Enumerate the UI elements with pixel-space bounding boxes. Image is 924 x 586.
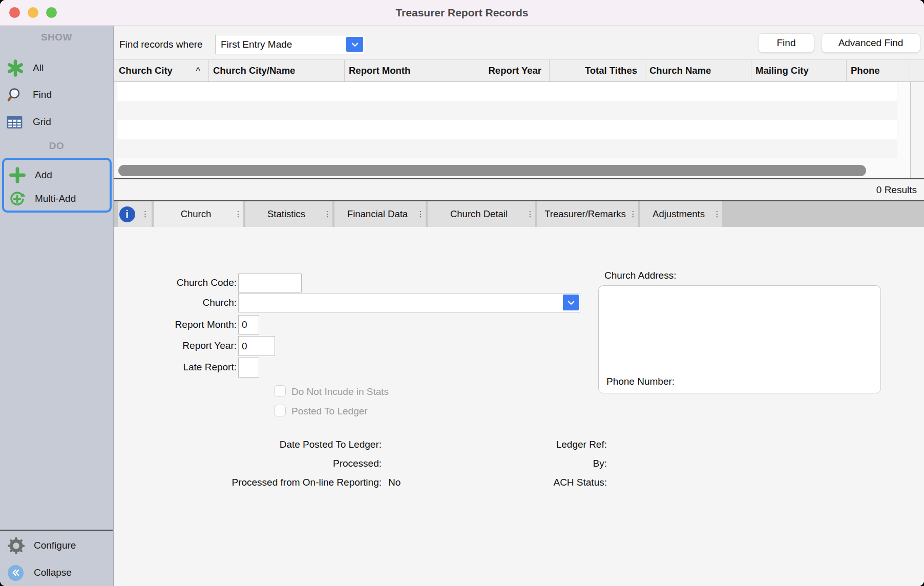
sort-field-dropdown[interactable]: First Entry Made: [215, 35, 365, 54]
sidebar-selection-outline: Add Multi-Add: [2, 158, 112, 213]
column-header-report-year[interactable]: Report Year: [452, 60, 550, 81]
posted-to-ledger-checkbox[interactable]: [274, 405, 286, 416]
church-code-label: Church Code:: [114, 277, 237, 288]
sidebar-item-label: Configure: [34, 540, 76, 551]
sidebar-item-multi-add[interactable]: Multi-Add: [4, 189, 110, 209]
do-not-include-checkbox[interactable]: [274, 385, 286, 397]
sidebar-item-label: Collapse: [34, 567, 72, 578]
grid-icon: [7, 114, 25, 130]
find-button[interactable]: Find: [758, 33, 814, 53]
tab-label: Statistics: [245, 208, 322, 220]
tab-church-detail[interactable]: Church Detail ⋮: [428, 201, 535, 227]
sidebar-item-all[interactable]: All: [0, 58, 113, 78]
sidebar-item-configure[interactable]: Configure: [0, 535, 113, 556]
report-month-label: Report Month:: [114, 319, 237, 330]
tab-label: Treasurer/Remarks: [537, 208, 628, 220]
tab-treasurer-remarks[interactable]: Treasurer/Remarks ⋮: [537, 201, 638, 227]
sidebar-item-label: All: [33, 62, 44, 74]
sort-ascending-icon: ^: [196, 60, 200, 81]
tab-statistics[interactable]: Statistics ⋮: [245, 201, 332, 227]
table-row: [117, 82, 910, 101]
tab-label: Financial Data: [334, 208, 415, 220]
church-address-box: Phone Number:: [598, 285, 881, 393]
sidebar-item-collapse[interactable]: Collapse: [0, 562, 113, 583]
sidebar-section-show: SHOW: [0, 32, 113, 43]
sort-field-value: First Entry Made: [221, 35, 292, 53]
chevron-down-icon[interactable]: [346, 37, 363, 52]
sidebar-item-find[interactable]: Find: [0, 85, 113, 105]
column-header-mailing-city[interactable]: Mailing City: [751, 60, 847, 81]
column-header-church-city[interactable]: Church City ^: [117, 60, 209, 81]
results-count: 0 Results: [114, 179, 924, 200]
sidebar-footer-divider: [0, 530, 113, 531]
sidebar-section-do: DO: [0, 140, 113, 152]
sidebar-item-label: Add: [35, 170, 52, 181]
collapse-icon: [8, 565, 26, 581]
sidebar-item-label: Grid: [33, 116, 51, 128]
find-records-where-label: Find records where: [119, 35, 203, 54]
tab-church[interactable]: Church ⋮: [154, 201, 243, 227]
column-label: Church City: [119, 60, 173, 81]
find-toolbar: Find records where First Entry Made Find…: [114, 26, 924, 59]
window-title: Treasurer Report Records: [0, 0, 924, 26]
drag-dots-icon: ⋮: [628, 210, 638, 219]
tab-financial-data[interactable]: Financial Data ⋮: [334, 201, 426, 227]
by-label: By:: [401, 458, 607, 469]
column-header-church-name[interactable]: Church Name: [645, 60, 751, 81]
column-header-total-tithes[interactable]: Total Tithes: [550, 60, 645, 81]
sidebar-item-grid[interactable]: Grid: [0, 112, 113, 132]
drag-dots-icon: ⋮: [525, 210, 535, 219]
tab-label: Church: [154, 208, 233, 220]
tab-bar: i ⋮ Church ⋮ Statistics ⋮ Financial Data…: [114, 201, 924, 227]
multi-add-icon: [9, 191, 27, 207]
tab-adjustments[interactable]: Adjustments ⋮: [640, 201, 722, 227]
report-year-label: Report Year:: [114, 340, 237, 351]
magnifier-icon: [7, 87, 25, 103]
report-month-field[interactable]: [238, 315, 259, 334]
late-report-label: Late Report:: [114, 362, 237, 373]
record-list: [117, 82, 911, 178]
drag-dots-icon: ⋮: [712, 210, 722, 219]
sidebar-item-add[interactable]: Add: [4, 165, 110, 185]
sidebar-item-label: Find: [33, 89, 52, 100]
vertical-scrollbar-track[interactable]: [897, 82, 910, 158]
church-dropdown-field[interactable]: [238, 293, 580, 312]
church-address-label: Church Address:: [604, 270, 676, 281]
column-header-report-month[interactable]: Report Month: [345, 60, 452, 81]
tab-label: Adjustments: [640, 208, 712, 220]
table-row: [117, 120, 910, 139]
main-panel: Find records where First Entry Made Find…: [114, 26, 924, 586]
ach-status-label: ACH Status:: [401, 477, 607, 488]
processed-online-value: No: [388, 477, 401, 488]
do-not-include-label: Do Not Incude in Stats: [291, 386, 389, 397]
drag-dots-icon: ⋮: [322, 210, 332, 219]
posted-to-ledger-label: Posted To Ledger: [291, 406, 368, 417]
processed-online-label: Processed from On-line Reporting:: [114, 477, 382, 488]
title-bar: Treasurer Report Records: [0, 0, 924, 26]
table-row: [117, 139, 910, 158]
chevron-down-icon[interactable]: [563, 295, 579, 310]
column-header-church-city-name[interactable]: Church City/Name: [209, 60, 345, 81]
column-header-phone[interactable]: Phone: [847, 60, 910, 81]
report-year-field[interactable]: [238, 336, 275, 356]
church-code-field[interactable]: [238, 274, 302, 292]
church-form: Church Code: Church: Report Month: Repor…: [114, 227, 924, 586]
processed-label: Processed:: [114, 458, 382, 469]
table-row: [117, 101, 910, 120]
plus-icon: [9, 166, 27, 184]
info-icon: i: [119, 206, 135, 222]
tab-info[interactable]: i ⋮: [118, 201, 152, 227]
date-posted-label: Date Posted To Ledger:: [114, 439, 382, 450]
late-report-field[interactable]: [238, 358, 259, 378]
drag-dots-icon: ⋮: [233, 210, 243, 219]
horizontal-scrollbar-thumb[interactable]: [118, 165, 866, 176]
church-label: Church:: [114, 297, 237, 308]
phone-number-label: Phone Number:: [606, 376, 675, 387]
tab-label: Church Detail: [428, 208, 525, 220]
drag-dots-icon: ⋮: [140, 210, 151, 219]
sidebar: SHOW All Find Grid DO Add: [0, 26, 114, 586]
advanced-find-button[interactable]: Advanced Find: [821, 33, 920, 53]
gear-icon: [8, 537, 26, 554]
drag-dots-icon: ⋮: [415, 210, 426, 219]
asterisk-icon: [7, 59, 25, 77]
